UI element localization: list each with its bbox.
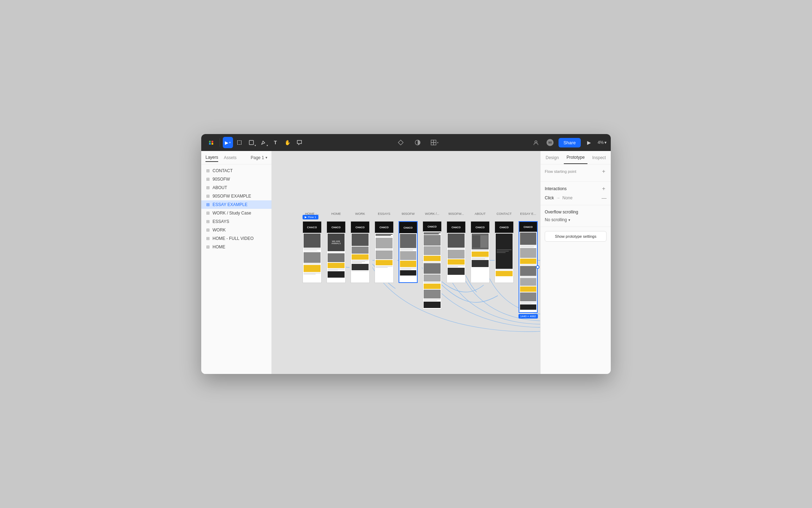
flow-section-title: Flow starting point [545, 169, 576, 174]
frame-label-about: ABOUT [474, 212, 485, 216]
frame-label-contact: CONTACT [497, 212, 512, 216]
toolbar: ▶ ▾ ▾ ▾ T ✋ [201, 134, 611, 151]
share-button[interactable]: Share [559, 138, 581, 147]
components-button[interactable] [395, 137, 406, 148]
timer-icon: 90 [544, 137, 556, 148]
layer-item-work[interactable]: ⊞ WORK [201, 226, 271, 234]
interactions-title: Interactions [545, 186, 567, 191]
frame-label-work2: WORK /... [425, 212, 440, 216]
layer-item-contact[interactable]: ⊞ CONTACT [201, 167, 271, 175]
text-tool-button[interactable]: T [270, 137, 281, 148]
overflow-chevron-icon: ▾ [568, 218, 570, 222]
shape-tool-button[interactable]: ▾ [246, 137, 257, 148]
pen-tool-button[interactable]: ▾ [258, 137, 269, 148]
zoom-control[interactable]: 4% ▾ [598, 140, 607, 145]
frame-90sofw2[interactable]: CHACO [447, 221, 466, 283]
left-panel: Layers Assets Page 1 ▾ ⊞ CONTACT ⊞ 90SOF… [201, 151, 272, 374]
frame-label-90sofw2: 90SOFW... [448, 212, 464, 216]
show-prototype-settings-button[interactable]: Show prototype settings [545, 231, 607, 242]
layers-toggle-button[interactable]: ▾ [429, 137, 440, 148]
toolbar-left-tools: ▶ ▾ ▾ ▾ T ✋ [205, 137, 305, 148]
add-flow-button[interactable]: + [601, 169, 607, 174]
svg-rect-8 [434, 140, 436, 143]
layers-list: ⊞ CONTACT ⊞ 90SOFW ⊞ ABOUT ⊞ 90SOFW EXAM… [201, 164, 271, 374]
frame-tool-button[interactable] [234, 137, 245, 148]
layer-grid-icon-selected: ⊞ [205, 202, 210, 207]
add-interaction-button[interactable]: + [601, 186, 607, 192]
main-content: Layers Assets Page 1 ▾ ⊞ CONTACT ⊞ 90SOF… [201, 151, 611, 374]
overflow-dropdown[interactable]: No scrolling ▾ [545, 217, 607, 222]
layer-grid-icon: ⊞ [205, 185, 210, 190]
select-tool-button[interactable]: ▶ ▾ [223, 137, 233, 148]
canvas-area[interactable]: HOME -... ▶ Flow 1 CHACO [272, 151, 540, 374]
frame-about[interactable]: CHACO [471, 221, 490, 283]
connection-dot[interactable] [536, 265, 539, 269]
play-button[interactable]: ▶ [584, 137, 595, 148]
frame-essays[interactable]: CHACO [375, 221, 394, 283]
tab-assets[interactable]: Assets [224, 154, 237, 162]
layer-item-90sofw[interactable]: ⊞ 90SOFW [201, 175, 271, 183]
tab-prototype[interactable]: Prototype [564, 151, 587, 164]
layer-grid-icon: ⊞ [205, 177, 210, 182]
svg-rect-7 [431, 140, 434, 143]
interactions-header: Interactions + [545, 186, 607, 192]
layer-grid-icon: ⊞ [205, 168, 210, 173]
remove-interaction-button[interactable]: — [602, 195, 607, 201]
svg-rect-4 [249, 140, 253, 145]
svg-rect-3 [211, 143, 213, 145]
flow-section-header: Flow starting point + [545, 169, 607, 174]
frame-work2[interactable]: CHACO [423, 221, 442, 309]
comment-tool-button[interactable] [294, 137, 305, 148]
toolbar-center: ▾ [306, 137, 529, 148]
frame-home[interactable]: CHACO WE AREANIMALS [327, 221, 346, 283]
layer-item-essay-example[interactable]: ⊞ ESSAY EXAMPLE [201, 200, 271, 209]
frame-label-essay: ESSAY E... [520, 212, 536, 216]
toolbar-right: 90 Share ▶ 4% ▾ [530, 137, 607, 148]
frame-contact[interactable]: CHACO [495, 221, 514, 283]
layer-grid-icon: ⊞ [205, 219, 210, 224]
flow-tag: ▶ Flow 1 [303, 215, 318, 219]
interaction-trigger: Click [545, 195, 554, 200]
frame-label-90sofw: 90SOFW [401, 212, 414, 216]
layer-grid-icon: ⊞ [205, 194, 210, 199]
frame-home-start[interactable]: ▶ Flow 1 CHACO [303, 221, 322, 283]
svg-rect-2 [209, 143, 211, 145]
tab-inspect[interactable]: Inspect [587, 151, 611, 164]
svg-rect-0 [209, 141, 211, 143]
tab-layers[interactable]: Layers [205, 153, 218, 162]
svg-rect-9 [431, 143, 434, 145]
frame-work[interactable]: CHACO [351, 221, 370, 283]
page-selector[interactable]: Page 1 ▾ [251, 155, 267, 160]
layer-grid-icon: ⊞ [205, 211, 210, 216]
layer-item-essays[interactable]: ⊞ ESSAYS [201, 217, 271, 226]
svg-point-11 [535, 141, 537, 143]
overflow-section: Overflow scrolling No scrolling ▾ [541, 205, 611, 227]
svg-rect-1 [211, 141, 213, 143]
size-label: 1440 × 4882 [519, 314, 538, 319]
svg-rect-10 [434, 143, 436, 145]
frame-essay-selected[interactable]: CHACO [519, 221, 538, 313]
main-menu-button[interactable] [205, 137, 217, 148]
svg-point-5 [263, 141, 263, 141]
layer-item-work-study[interactable]: ⊞ WORK / Study Case [201, 209, 271, 217]
contrast-button[interactable] [412, 137, 423, 148]
frame-label-home: HOME [331, 212, 341, 216]
interaction-arrow-icon: → [556, 195, 560, 200]
frame-label-work: WORK [355, 212, 365, 216]
app-window: ▶ ▾ ▾ ▾ T ✋ [201, 134, 611, 374]
right-panel-tabs: Design Prototype Inspect [541, 151, 611, 164]
user-icon [530, 137, 542, 148]
hand-tool-button[interactable]: ✋ [282, 137, 293, 148]
layer-grid-icon: ⊞ [205, 236, 210, 241]
overflow-title: Overflow scrolling [545, 210, 607, 214]
flow-starting-point-section: Flow starting point + [541, 164, 611, 182]
frame-90sofw[interactable]: CHACO [399, 221, 418, 283]
interaction-row: Click → None — [545, 195, 607, 201]
layer-item-about[interactable]: ⊞ ABOUT [201, 183, 271, 192]
layer-item-90sofw-example[interactable]: ⊞ 90SOFW EXAMPLE [201, 192, 271, 200]
tab-design[interactable]: Design [541, 151, 564, 164]
layer-item-home-video[interactable]: ⊞ HOME - FULL VIDEO [201, 234, 271, 243]
right-panel: Design Prototype Inspect Flow starting p… [540, 151, 611, 374]
layer-grid-icon: ⊞ [205, 228, 210, 232]
layer-item-home[interactable]: ⊞ HOME [201, 243, 271, 251]
